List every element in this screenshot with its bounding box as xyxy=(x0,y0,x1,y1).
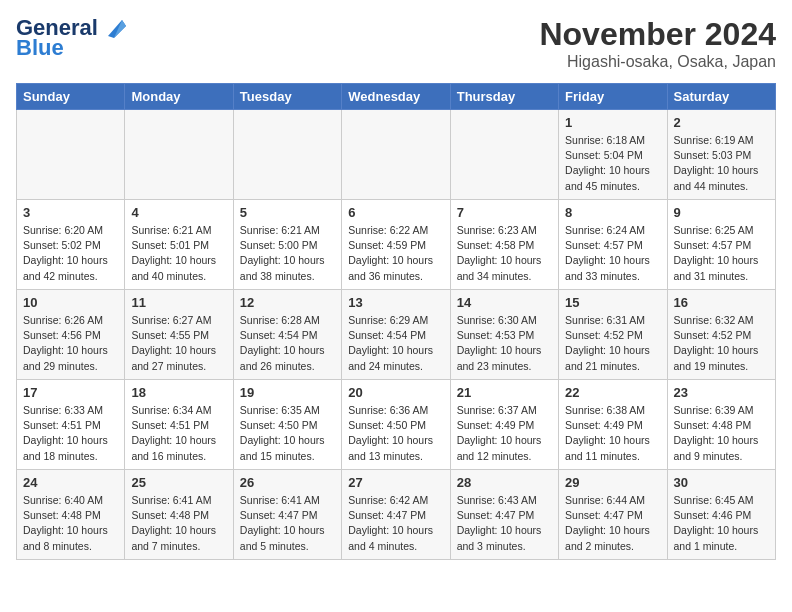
day-number: 5 xyxy=(240,205,335,220)
calendar-week-row: 17Sunrise: 6:33 AMSunset: 4:51 PMDayligh… xyxy=(17,380,776,470)
day-detail: Sunrise: 6:23 AMSunset: 4:58 PMDaylight:… xyxy=(457,223,552,284)
calendar-cell: 8Sunrise: 6:24 AMSunset: 4:57 PMDaylight… xyxy=(559,200,667,290)
calendar-cell xyxy=(17,110,125,200)
calendar-cell: 12Sunrise: 6:28 AMSunset: 4:54 PMDayligh… xyxy=(233,290,341,380)
day-detail: Sunrise: 6:45 AMSunset: 4:46 PMDaylight:… xyxy=(674,493,769,554)
day-of-week-monday: Monday xyxy=(125,84,233,110)
day-of-week-sunday: Sunday xyxy=(17,84,125,110)
day-detail: Sunrise: 6:20 AMSunset: 5:02 PMDaylight:… xyxy=(23,223,118,284)
calendar-cell: 24Sunrise: 6:40 AMSunset: 4:48 PMDayligh… xyxy=(17,470,125,560)
day-number: 4 xyxy=(131,205,226,220)
day-number: 1 xyxy=(565,115,660,130)
calendar-header-row: SundayMondayTuesdayWednesdayThursdayFrid… xyxy=(17,84,776,110)
calendar-cell: 9Sunrise: 6:25 AMSunset: 4:57 PMDaylight… xyxy=(667,200,775,290)
day-detail: Sunrise: 6:21 AMSunset: 5:00 PMDaylight:… xyxy=(240,223,335,284)
day-number: 3 xyxy=(23,205,118,220)
day-detail: Sunrise: 6:41 AMSunset: 4:48 PMDaylight:… xyxy=(131,493,226,554)
day-detail: Sunrise: 6:27 AMSunset: 4:55 PMDaylight:… xyxy=(131,313,226,374)
day-detail: Sunrise: 6:42 AMSunset: 4:47 PMDaylight:… xyxy=(348,493,443,554)
day-number: 7 xyxy=(457,205,552,220)
day-number: 25 xyxy=(131,475,226,490)
day-of-week-friday: Friday xyxy=(559,84,667,110)
day-number: 29 xyxy=(565,475,660,490)
day-number: 16 xyxy=(674,295,769,310)
calendar-cell: 20Sunrise: 6:36 AMSunset: 4:50 PMDayligh… xyxy=(342,380,450,470)
calendar-cell: 18Sunrise: 6:34 AMSunset: 4:51 PMDayligh… xyxy=(125,380,233,470)
day-detail: Sunrise: 6:22 AMSunset: 4:59 PMDaylight:… xyxy=(348,223,443,284)
day-detail: Sunrise: 6:40 AMSunset: 4:48 PMDaylight:… xyxy=(23,493,118,554)
day-number: 19 xyxy=(240,385,335,400)
calendar-cell: 30Sunrise: 6:45 AMSunset: 4:46 PMDayligh… xyxy=(667,470,775,560)
calendar-cell xyxy=(125,110,233,200)
calendar-cell: 19Sunrise: 6:35 AMSunset: 4:50 PMDayligh… xyxy=(233,380,341,470)
calendar-cell: 5Sunrise: 6:21 AMSunset: 5:00 PMDaylight… xyxy=(233,200,341,290)
logo-icon xyxy=(100,18,126,38)
day-number: 20 xyxy=(348,385,443,400)
day-number: 15 xyxy=(565,295,660,310)
calendar-cell: 21Sunrise: 6:37 AMSunset: 4:49 PMDayligh… xyxy=(450,380,558,470)
calendar-cell: 17Sunrise: 6:33 AMSunset: 4:51 PMDayligh… xyxy=(17,380,125,470)
day-detail: Sunrise: 6:35 AMSunset: 4:50 PMDaylight:… xyxy=(240,403,335,464)
day-detail: Sunrise: 6:32 AMSunset: 4:52 PMDaylight:… xyxy=(674,313,769,374)
day-of-week-saturday: Saturday xyxy=(667,84,775,110)
calendar-cell: 26Sunrise: 6:41 AMSunset: 4:47 PMDayligh… xyxy=(233,470,341,560)
day-detail: Sunrise: 6:31 AMSunset: 4:52 PMDaylight:… xyxy=(565,313,660,374)
calendar-cell: 3Sunrise: 6:20 AMSunset: 5:02 PMDaylight… xyxy=(17,200,125,290)
calendar-cell: 2Sunrise: 6:19 AMSunset: 5:03 PMDaylight… xyxy=(667,110,775,200)
day-number: 22 xyxy=(565,385,660,400)
day-number: 24 xyxy=(23,475,118,490)
day-of-week-wednesday: Wednesday xyxy=(342,84,450,110)
day-detail: Sunrise: 6:19 AMSunset: 5:03 PMDaylight:… xyxy=(674,133,769,194)
day-number: 26 xyxy=(240,475,335,490)
day-number: 2 xyxy=(674,115,769,130)
day-number: 18 xyxy=(131,385,226,400)
day-detail: Sunrise: 6:18 AMSunset: 5:04 PMDaylight:… xyxy=(565,133,660,194)
day-detail: Sunrise: 6:43 AMSunset: 4:47 PMDaylight:… xyxy=(457,493,552,554)
day-number: 21 xyxy=(457,385,552,400)
calendar-week-row: 24Sunrise: 6:40 AMSunset: 4:48 PMDayligh… xyxy=(17,470,776,560)
calendar-cell: 7Sunrise: 6:23 AMSunset: 4:58 PMDaylight… xyxy=(450,200,558,290)
calendar-cell: 23Sunrise: 6:39 AMSunset: 4:48 PMDayligh… xyxy=(667,380,775,470)
day-number: 28 xyxy=(457,475,552,490)
day-number: 23 xyxy=(674,385,769,400)
calendar-cell: 14Sunrise: 6:30 AMSunset: 4:53 PMDayligh… xyxy=(450,290,558,380)
calendar-week-row: 1Sunrise: 6:18 AMSunset: 5:04 PMDaylight… xyxy=(17,110,776,200)
day-detail: Sunrise: 6:44 AMSunset: 4:47 PMDaylight:… xyxy=(565,493,660,554)
day-number: 11 xyxy=(131,295,226,310)
day-detail: Sunrise: 6:34 AMSunset: 4:51 PMDaylight:… xyxy=(131,403,226,464)
day-detail: Sunrise: 6:38 AMSunset: 4:49 PMDaylight:… xyxy=(565,403,660,464)
day-detail: Sunrise: 6:21 AMSunset: 5:01 PMDaylight:… xyxy=(131,223,226,284)
day-number: 17 xyxy=(23,385,118,400)
calendar-cell: 1Sunrise: 6:18 AMSunset: 5:04 PMDaylight… xyxy=(559,110,667,200)
day-detail: Sunrise: 6:26 AMSunset: 4:56 PMDaylight:… xyxy=(23,313,118,374)
location-subtitle: Higashi-osaka, Osaka, Japan xyxy=(539,53,776,71)
logo: General Blue xyxy=(16,16,126,60)
calendar-cell xyxy=(233,110,341,200)
day-detail: Sunrise: 6:29 AMSunset: 4:54 PMDaylight:… xyxy=(348,313,443,374)
calendar-week-row: 3Sunrise: 6:20 AMSunset: 5:02 PMDaylight… xyxy=(17,200,776,290)
day-number: 12 xyxy=(240,295,335,310)
calendar-cell: 6Sunrise: 6:22 AMSunset: 4:59 PMDaylight… xyxy=(342,200,450,290)
calendar-cell xyxy=(342,110,450,200)
day-detail: Sunrise: 6:25 AMSunset: 4:57 PMDaylight:… xyxy=(674,223,769,284)
day-detail: Sunrise: 6:28 AMSunset: 4:54 PMDaylight:… xyxy=(240,313,335,374)
calendar-cell: 11Sunrise: 6:27 AMSunset: 4:55 PMDayligh… xyxy=(125,290,233,380)
day-detail: Sunrise: 6:30 AMSunset: 4:53 PMDaylight:… xyxy=(457,313,552,374)
month-title: November 2024 xyxy=(539,16,776,53)
day-detail: Sunrise: 6:33 AMSunset: 4:51 PMDaylight:… xyxy=(23,403,118,464)
day-number: 8 xyxy=(565,205,660,220)
day-number: 6 xyxy=(348,205,443,220)
day-detail: Sunrise: 6:24 AMSunset: 4:57 PMDaylight:… xyxy=(565,223,660,284)
day-number: 9 xyxy=(674,205,769,220)
day-detail: Sunrise: 6:41 AMSunset: 4:47 PMDaylight:… xyxy=(240,493,335,554)
day-number: 10 xyxy=(23,295,118,310)
calendar-cell: 27Sunrise: 6:42 AMSunset: 4:47 PMDayligh… xyxy=(342,470,450,560)
day-number: 30 xyxy=(674,475,769,490)
day-detail: Sunrise: 6:36 AMSunset: 4:50 PMDaylight:… xyxy=(348,403,443,464)
header: General Blue November 2024 Higashi-osaka… xyxy=(16,16,776,71)
calendar-cell: 10Sunrise: 6:26 AMSunset: 4:56 PMDayligh… xyxy=(17,290,125,380)
day-number: 13 xyxy=(348,295,443,310)
day-detail: Sunrise: 6:37 AMSunset: 4:49 PMDaylight:… xyxy=(457,403,552,464)
calendar-cell: 22Sunrise: 6:38 AMSunset: 4:49 PMDayligh… xyxy=(559,380,667,470)
day-detail: Sunrise: 6:39 AMSunset: 4:48 PMDaylight:… xyxy=(674,403,769,464)
